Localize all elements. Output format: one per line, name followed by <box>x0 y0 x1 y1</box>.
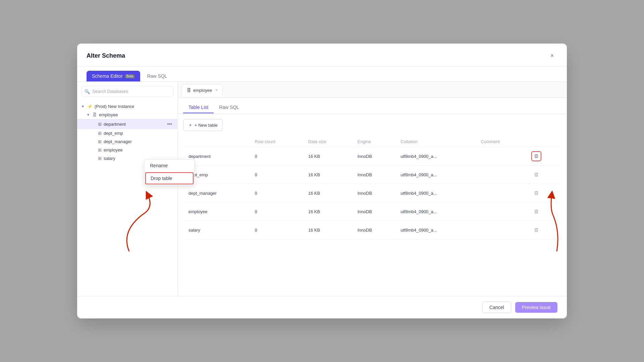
cell-engine: InnoDB <box>352 184 395 202</box>
content-area: ＋ + New table Row count Data size Engine… <box>178 114 567 296</box>
modal-top-tabs: Schema Editor Beta Raw SQL <box>77 67 567 82</box>
cell-row-count: 0 <box>250 221 303 239</box>
table-row: employee 0 16 KB InnoDB utf8mb4_0900_a..… <box>183 202 561 221</box>
close-button[interactable]: × <box>547 50 557 61</box>
modal-body: 🔍 ▼ ⚡ (Prod) New Instance ▼ 🗄 employee <box>77 82 567 296</box>
search-icon: 🔍 <box>85 89 90 94</box>
spacer-icon-4: ▶ <box>92 148 97 152</box>
cell-collation: utf8mb4_0900_a... <box>395 221 475 239</box>
search-box: 🔍 <box>81 86 173 97</box>
context-menu: Rename Drop table <box>144 159 195 185</box>
cell-engine: InnoDB <box>352 202 395 221</box>
cell-collation: utf8mb4_0900_a... <box>395 166 475 184</box>
tree-item-database[interactable]: ▼ 🗄 employee <box>77 111 177 119</box>
table-icon-4: ⊞ <box>98 147 102 153</box>
delete-row-button[interactable] <box>531 151 541 161</box>
cell-row-count: 0 <box>250 202 303 221</box>
cell-row-count: 0 <box>250 166 303 184</box>
plus-icon: ＋ <box>188 122 193 128</box>
cell-data-size: 16 KB <box>303 166 352 184</box>
delete-row-button[interactable] <box>531 225 541 235</box>
tree-item-dept-manager[interactable]: ▶ ⊞ dept_manager <box>77 137 177 146</box>
tables-grid: Row count Data size Engine Collation Com… <box>183 136 561 239</box>
table-icon: ⊞ <box>98 122 102 127</box>
tree-item-department[interactable]: ▶ ⊞ department ••• <box>77 119 177 129</box>
table-row: dept_manager 0 16 KB InnoDB utf8mb4_0900… <box>183 184 561 202</box>
sub-tab-table-list[interactable]: Table List <box>183 102 214 113</box>
cell-actions <box>526 202 561 221</box>
table-header-row: Row count Data size Engine Collation Com… <box>183 136 561 147</box>
col-name <box>183 136 250 147</box>
cell-collation: utf8mb4_0900_a... <box>395 202 475 221</box>
chevron-down-icon: ▼ <box>81 105 86 108</box>
spacer-icon-3: ▶ <box>92 140 97 143</box>
cell-comment <box>476 147 526 166</box>
cell-collation: utf8mb4_0900_a... <box>395 147 475 166</box>
tab-raw-sql-top[interactable]: Raw SQL <box>142 71 172 81</box>
tree-item-instance[interactable]: ▼ ⚡ (Prod) New Instance <box>77 102 177 111</box>
preview-issue-button[interactable]: Preview issue <box>515 302 557 313</box>
modal-header: Alter Schema × <box>77 44 567 67</box>
sub-tabs: Table List Raw SQL <box>178 98 567 114</box>
instance-icon: ⚡ <box>87 104 93 109</box>
delete-row-button[interactable] <box>531 206 541 217</box>
db-tab-icon: 🗄 <box>187 88 191 93</box>
col-row-count: Row count <box>250 136 303 147</box>
beta-badge: Beta <box>125 74 135 78</box>
delete-row-button[interactable] <box>531 170 541 180</box>
context-menu-rename[interactable]: Rename <box>145 160 194 172</box>
alter-schema-modal: Alter Schema × Schema Editor Beta Raw SQ… <box>77 44 567 318</box>
col-actions <box>526 136 561 147</box>
cell-collation: utf8mb4_0900_a... <box>395 184 475 202</box>
table-icon-5: ⊞ <box>98 156 102 161</box>
table-row: salary 0 16 KB InnoDB utf8mb4_0900_a... <box>183 221 561 239</box>
cell-comment <box>476 184 526 202</box>
col-data-size: Data size <box>303 136 352 147</box>
db-tab-employee[interactable]: 🗄 employee × <box>182 84 223 96</box>
delete-row-button[interactable] <box>531 188 541 198</box>
spacer-icon-2: ▶ <box>92 131 97 135</box>
cell-actions <box>526 184 561 202</box>
context-menu-drop-table[interactable]: Drop table <box>145 172 194 184</box>
tree-item-employee[interactable]: ▶ ⊞ employee <box>77 146 177 154</box>
cell-comment <box>476 202 526 221</box>
spacer-icon-5: ▶ <box>92 157 97 160</box>
cell-data-size: 16 KB <box>303 147 352 166</box>
table-icon-2: ⊞ <box>98 131 102 136</box>
tab-schema-editor[interactable]: Schema Editor Beta <box>87 71 140 81</box>
cell-name: employee <box>183 202 250 221</box>
tree-item-dept-emp[interactable]: ▶ ⊞ dept_emp <box>77 129 177 137</box>
cell-engine: InnoDB <box>352 221 395 239</box>
cancel-button[interactable]: Cancel <box>482 302 511 313</box>
sub-tab-raw-sql[interactable]: Raw SQL <box>214 102 245 113</box>
cell-engine: InnoDB <box>352 166 395 184</box>
cell-data-size: 16 KB <box>303 202 352 221</box>
modal-footer: Cancel Preview issue <box>77 296 567 318</box>
cell-actions <box>526 166 561 184</box>
search-input[interactable] <box>81 86 173 97</box>
spacer-icon: ▶ <box>92 122 97 126</box>
table-row: dept_emp 0 16 KB InnoDB utf8mb4_0900_a..… <box>183 166 561 184</box>
table-row: department 0 16 KB InnoDB utf8mb4_0900_a… <box>183 147 561 166</box>
tab-bar: 🗄 employee × <box>178 82 567 98</box>
tab-close-btn[interactable]: × <box>215 88 218 93</box>
new-table-button[interactable]: ＋ + New table <box>183 119 223 131</box>
main-area: 🗄 employee × Table List Raw SQL <box>178 82 567 296</box>
cell-name: salary <box>183 221 250 239</box>
more-button[interactable]: ••• <box>166 121 173 127</box>
cell-engine: InnoDB <box>352 147 395 166</box>
cell-row-count: 0 <box>250 147 303 166</box>
cell-actions <box>526 147 561 166</box>
col-engine: Engine <box>352 136 395 147</box>
table-icon-3: ⊞ <box>98 139 102 144</box>
sidebar: 🔍 ▼ ⚡ (Prod) New Instance ▼ 🗄 employee <box>77 82 178 296</box>
cell-name: dept_manager <box>183 184 250 202</box>
cell-data-size: 16 KB <box>303 221 352 239</box>
modal-overlay: Alter Schema × Schema Editor Beta Raw SQ… <box>0 0 644 362</box>
modal-title: Alter Schema <box>87 52 125 59</box>
col-collation: Collation <box>395 136 475 147</box>
cell-comment <box>476 166 526 184</box>
cell-actions <box>526 221 561 239</box>
cell-data-size: 16 KB <box>303 184 352 202</box>
col-comment: Comment <box>476 136 526 147</box>
